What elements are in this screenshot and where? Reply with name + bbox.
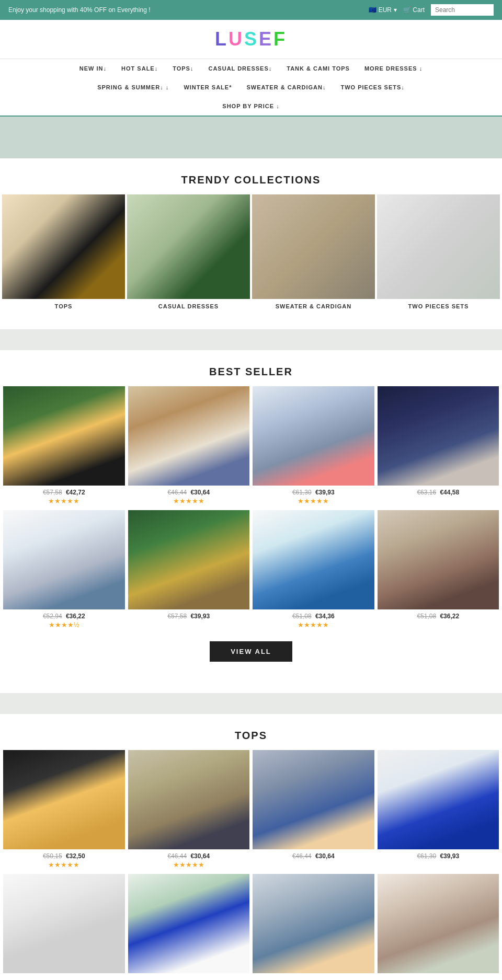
view-all-button[interactable]: VIEW ALL [210, 641, 292, 662]
search-input[interactable] [431, 4, 494, 16]
bestseller-product-5[interactable]: €52,94 €36,22 ★★★★½ [3, 510, 125, 631]
tops-3-old-price: €46,44 [292, 852, 312, 860]
nav-tops[interactable]: TOPS↓ [165, 62, 201, 75]
trendy-collections-section: TRENDY COLLECTIONS TOPS CASUAL DRESSES S… [0, 158, 502, 329]
separator-1 [0, 329, 502, 350]
product-6-prices: €57,58 €39,93 [128, 609, 250, 621]
tops-product-1[interactable]: €50,15 €32,50 ★★★★★ [3, 750, 125, 871]
product-1-stars: ★★★★★ [3, 497, 125, 507]
collection-twopiece-image [377, 194, 500, 299]
logo-U: U [229, 28, 244, 50]
bestseller-product-2[interactable]: €46,44 €30,64 ★★★★★ [128, 386, 250, 507]
product-5-prices: €52,94 €36,22 [3, 609, 125, 621]
collection-sweater-image [252, 194, 375, 299]
logo[interactable]: LUSEF [8, 28, 494, 50]
chevron-down-icon: ▾ [394, 6, 397, 14]
collection-tops[interactable]: TOPS [2, 194, 125, 314]
tops-1-prices: €50,15 €32,50 [3, 849, 125, 861]
collection-sweater-label: SWEATER & CARDIGAN [252, 299, 375, 314]
product-3-new-price: €39,93 [315, 489, 335, 496]
product-3-old-price: €61,30 [292, 489, 312, 496]
product-5-new-price: €36,22 [66, 613, 85, 620]
bestseller-product-8[interactable]: €51,08 €36,22 [378, 510, 499, 631]
bestseller-product-7[interactable]: €51,08 €34,36 ★★★★★ [253, 510, 374, 631]
tops-product-5[interactable] [3, 874, 125, 980]
logo-F: F [273, 28, 287, 50]
collection-dresses-label: CASUAL DRESSES [127, 299, 250, 314]
product-1-new-price: €42,72 [66, 489, 85, 496]
hero-banner [0, 117, 502, 158]
product-7-stars: ★★★★★ [253, 621, 374, 631]
product-8-stars [378, 621, 499, 623]
tops-1-new-price: €32,50 [66, 852, 85, 860]
product-6-stars [128, 621, 250, 623]
tops-4-new-price: €39,93 [440, 852, 459, 860]
product-1-image [3, 386, 125, 486]
product-8-image [378, 510, 499, 609]
currency-selector[interactable]: 🇪🇺 EUR ▾ [369, 6, 397, 14]
collection-sweater[interactable]: SWEATER & CARDIGAN [252, 194, 375, 314]
collection-tops-label: TOPS [2, 299, 125, 314]
tops-product-8[interactable] [378, 874, 499, 980]
nav-more-dresses[interactable]: MORE DRESSES ↓ [357, 62, 430, 75]
tops-section: TOPS €50,15 €32,50 ★★★★★ €46,44 €30,64 ★… [0, 714, 502, 980]
tops-1-image [3, 750, 125, 849]
nav-sweater-cardigan[interactable]: SWEATER & CARDIGAN↓ [239, 81, 333, 94]
product-2-new-price: €30,64 [190, 489, 210, 496]
collection-dresses-image [127, 194, 250, 299]
bestseller-product-1[interactable]: €57,58 €42,72 ★★★★★ [3, 386, 125, 507]
tops-grid: €50,15 €32,50 ★★★★★ €46,44 €30,64 ★★★★★ … [0, 750, 502, 980]
product-2-old-price: €46,44 [167, 489, 187, 496]
tops-4-old-price: €61,30 [417, 852, 436, 860]
tops-8-prices [378, 973, 499, 980]
tops-product-2[interactable]: €46,44 €30,64 ★★★★★ [128, 750, 250, 871]
tops-1-old-price: €50,15 [43, 852, 62, 860]
product-7-new-price: €34,36 [315, 613, 335, 620]
nav-hot-sale[interactable]: HOT SALE↓ [114, 62, 165, 75]
nav-two-pieces[interactable]: TWO PIECES SETS↓ [333, 81, 412, 94]
product-3-stars: ★★★★★ [253, 497, 374, 507]
tops-3-stars [253, 861, 374, 863]
tops-2-old-price: €46,44 [167, 852, 187, 860]
tops-product-6[interactable] [128, 874, 250, 980]
collections-grid: TOPS CASUAL DRESSES SWEATER & CARDIGAN T… [0, 194, 502, 314]
tops-product-7[interactable] [253, 874, 374, 980]
tops-1-stars: ★★★★★ [3, 861, 125, 871]
product-6-old-price: €57,58 [167, 613, 187, 620]
bestseller-product-3[interactable]: €61,30 €39,93 ★★★★★ [253, 386, 374, 507]
promo-text: Enjoy your shopping with 40% OFF on Ever… [8, 6, 150, 14]
product-3-image [253, 386, 374, 486]
bestseller-product-6[interactable]: €57,58 €39,93 [128, 510, 250, 631]
nav-row-3: SHOP BY PRICE ↓ [0, 97, 502, 116]
tops-product-4[interactable]: €61,30 €39,93 [378, 750, 499, 871]
bestseller-title: BEST SELLER [0, 350, 502, 386]
product-8-old-price: €51,08 [417, 613, 436, 620]
collection-twopiece[interactable]: TWO PIECES SETS [377, 194, 500, 314]
product-4-prices: €63,16 €44,58 [378, 486, 499, 497]
nav-casual-dresses[interactable]: CASUAL DRESSES↓ [201, 62, 279, 75]
nav-winter-sale[interactable]: WINTER SALE* [176, 81, 239, 94]
nav-new-in[interactable]: NEW IN↓ [72, 62, 114, 75]
tops-2-stars: ★★★★★ [128, 861, 250, 871]
tops-6-image [128, 874, 250, 973]
flag-icon: 🇪🇺 [369, 6, 376, 14]
main-nav: NEW IN↓ HOT SALE↓ TOPS↓ CASUAL DRESSES↓ … [0, 59, 502, 117]
top-bar-right: 🇪🇺 EUR ▾ 🛒 Cart [369, 4, 494, 16]
tops-3-image [253, 750, 374, 849]
collection-dresses[interactable]: CASUAL DRESSES [127, 194, 250, 314]
tops-5-prices [3, 973, 125, 980]
nav-shop-by-price[interactable]: SHOP BY PRICE ↓ [215, 100, 287, 112]
nav-tank-tops[interactable]: TANK & CAMI TOPS [279, 62, 357, 75]
nav-spring-summer[interactable]: SPRING & SUMMER↓ ↓ [90, 81, 176, 94]
collection-twopiece-label: TWO PIECES SETS [377, 299, 500, 314]
cart-link[interactable]: 🛒 Cart [403, 6, 425, 14]
logo-E: E [259, 28, 273, 50]
cart-icon: 🛒 [403, 6, 411, 14]
product-6-image [128, 510, 250, 609]
product-6-new-price: €39,93 [190, 613, 210, 620]
product-8-new-price: €36,22 [440, 613, 459, 620]
tops-2-new-price: €30,64 [190, 852, 210, 860]
tops-product-3[interactable]: €46,44 €30,64 [253, 750, 374, 871]
tops-7-image [253, 874, 374, 973]
bestseller-product-4[interactable]: €63,16 €44,58 [378, 386, 499, 507]
